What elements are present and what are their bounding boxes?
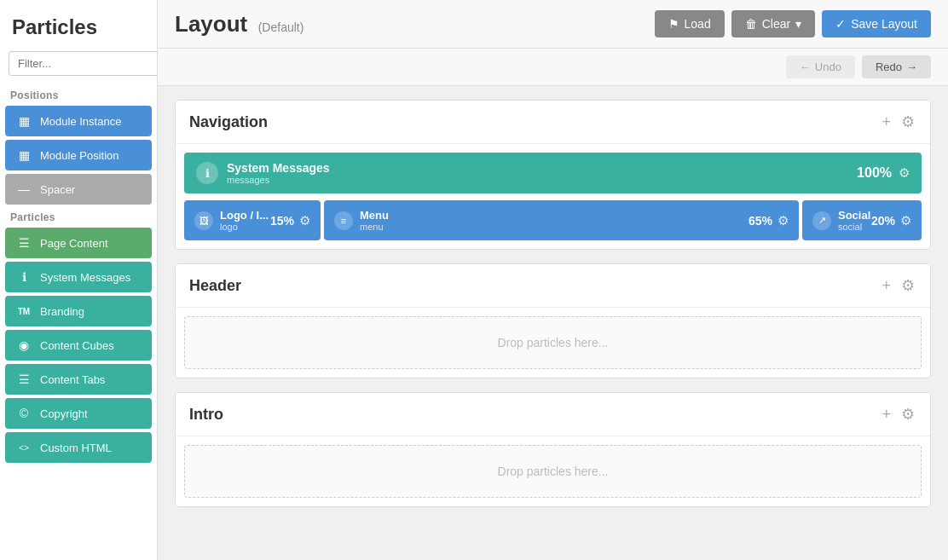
filter-input[interactable] [9,51,158,76]
sidebar-item-label: Content Cubes [40,339,114,352]
sidebar-item-label: Content Tabs [40,373,105,386]
sidebar-item-label: System Messages [40,271,130,284]
navigation-section-body: ℹ System Messages messages 100% ⚙ [176,144,930,249]
particles-label: Particles [0,206,157,226]
system-messages-left: ℹ System Messages messages [196,161,330,185]
undo-icon: ← [800,61,811,73]
intro-settings-button[interactable]: ⚙ [899,403,916,425]
logo-particle: 🖼 Logo / I... logo 15% ⚙ [184,200,321,240]
logo-percent: 15% [270,214,294,228]
navigation-section: Navigation + ⚙ ℹ System Messages message… [175,100,931,250]
redo-label: Redo [876,61,902,73]
logo-particle-sub: logo [220,222,269,232]
clear-label: Clear [762,17,790,31]
custom-html-icon: <> [15,439,32,456]
save-label: Save Layout [851,17,917,31]
main-content: Layout (Default) ⚑ Load 🗑 Clear ▾ ✓ Save… [158,0,948,560]
navigation-add-button[interactable]: + [880,112,893,133]
load-button[interactable]: ⚑ Load [655,10,725,38]
checkmark-icon: ✓ [835,17,846,31]
system-messages-icon: ℹ [15,268,32,286]
sidebar-item-content-cubes[interactable]: ◉ Content Cubes [5,330,152,361]
menu-particle-name: Menu [360,209,389,222]
clear-button[interactable]: 🗑 Clear ▾ [731,10,815,38]
menu-particle-sub: menu [360,222,389,232]
menu-icon: ≡ [334,211,353,230]
header-section-header: Header + ⚙ [176,264,930,308]
trash-icon: 🗑 [745,17,757,31]
intro-section: Intro + ⚙ Drop particles here... [175,392,931,507]
sidebar-item-branding[interactable]: TM Branding [5,296,152,326]
header-section-title: Header [189,277,241,295]
header-section-actions: + ⚙ [880,274,916,297]
header-section-body: Drop particles here... [176,308,930,378]
header-section: Header + ⚙ Drop particles here... [175,263,931,378]
intro-section-actions: + ⚙ [880,403,916,425]
system-messages-particle: ℹ System Messages messages 100% ⚙ [184,153,922,193]
sidebar-item-label: Branding [40,305,84,318]
sidebar-item-label: Page Content [40,237,108,250]
intro-section-body: Drop particles here... [176,436,930,506]
sidebar-item-custom-html[interactable]: <> Custom HTML [5,432,152,463]
layout-content: Navigation + ⚙ ℹ System Messages message… [158,86,948,560]
logo-settings-btn[interactable]: ⚙ [299,213,310,228]
logo-icon: 🖼 [194,211,213,230]
social-icon: ↗ [812,211,831,230]
system-messages-percent: 100% [857,165,892,181]
intro-section-header: Intro + ⚙ [176,393,930,436]
content-cubes-icon: ◉ [15,337,32,354]
logo-particle-name: Logo / I... [220,209,269,222]
module-position-icon: ▦ [15,147,32,164]
content-tabs-icon: ☰ [15,371,32,388]
intro-drop-zone[interactable]: Drop particles here... [184,445,922,498]
positions-label: Positions [0,84,157,104]
sidebar-item-label: Spacer [40,183,75,196]
navigation-section-header: Navigation + ⚙ [176,101,930,144]
menu-particle: ≡ Menu menu 65% ⚙ [324,200,799,240]
top-bar-buttons: ⚑ Load 🗑 Clear ▾ ✓ Save Layout [655,10,931,38]
undo-label: Undo [815,61,841,73]
system-messages-particle-name: System Messages [227,161,330,175]
sidebar-item-copyright[interactable]: © Copyright [5,398,152,429]
sidebar-item-module-position[interactable]: ▦ Module Position [5,140,152,170]
logo-menu-social-row: 🖼 Logo / I... logo 15% ⚙ [184,200,922,240]
sidebar-item-label: Module Instance [40,115,121,128]
social-particle-name: Social [838,209,870,222]
sidebar-item-label: Copyright [40,407,88,420]
header-settings-button[interactable]: ⚙ [899,274,916,297]
undo-redo-bar: ← Undo Redo → [158,49,948,86]
redo-button[interactable]: Redo → [862,55,931,78]
navigation-section-title: Navigation [189,113,268,131]
menu-settings-btn[interactable]: ⚙ [777,213,789,228]
save-layout-button[interactable]: ✓ Save Layout [822,10,931,38]
system-messages-settings-btn[interactable]: ⚙ [899,165,910,181]
filter-container: 🔍 [0,51,157,84]
top-bar: Layout (Default) ⚑ Load 🗑 Clear ▾ ✓ Save… [158,0,948,49]
system-messages-particle-sub: messages [227,175,330,185]
social-particle-sub: social [838,222,870,232]
header-add-button[interactable]: + [880,275,893,297]
sidebar-item-content-tabs[interactable]: ☰ Content Tabs [5,364,152,395]
navigation-settings-button[interactable]: ⚙ [899,111,916,133]
spacer-icon: — [15,181,32,198]
copyright-icon: © [15,405,32,422]
sidebar-item-label: Custom HTML [40,442,112,454]
module-instance-icon: ▦ [15,113,32,130]
sidebar-item-spacer[interactable]: — Spacer [5,174,152,205]
header-drop-zone[interactable]: Drop particles here... [184,316,922,369]
layout-title-area: Layout (Default) [175,11,303,38]
undo-button[interactable]: ← Undo [786,55,855,78]
sidebar-item-system-messages[interactable]: ℹ System Messages [5,262,152,292]
sidebar-title: Particles [0,0,157,51]
intro-section-title: Intro [189,406,223,424]
sidebar-item-module-instance[interactable]: ▦ Module Instance [5,106,152,136]
sidebar-item-label: Module Position [40,149,119,162]
load-label: Load [685,17,711,31]
intro-add-button[interactable]: + [880,404,893,425]
chevron-down-icon: ▾ [795,17,801,31]
menu-percent: 65% [749,214,772,228]
branding-icon: TM [15,303,32,320]
system-messages-particle-icon: ℹ [196,162,218,184]
social-settings-btn[interactable]: ⚙ [900,213,911,228]
sidebar-item-page-content[interactable]: ☰ Page Content [5,228,152,258]
